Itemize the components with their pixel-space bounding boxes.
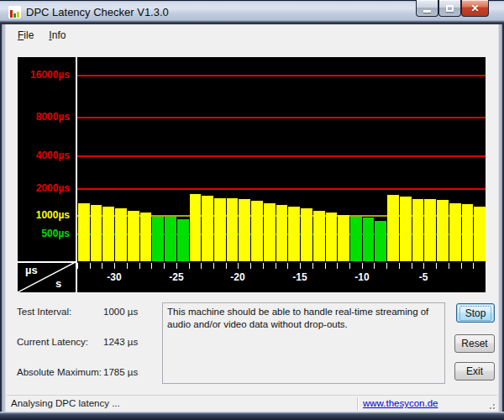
x-tick	[151, 263, 152, 269]
latency-bar	[227, 198, 238, 261]
latency-bar	[102, 207, 114, 261]
x-tick	[114, 263, 115, 269]
latency-bar	[202, 196, 213, 261]
latency-bar	[190, 194, 201, 261]
latency-bar	[313, 211, 325, 261]
window-border-left	[0, 24, 7, 412]
latency-bar	[363, 218, 374, 261]
x-tick	[90, 263, 91, 269]
latency-bar	[326, 213, 337, 261]
close-button[interactable]: ✕	[461, 0, 489, 17]
maximize-icon	[446, 5, 454, 12]
x-tick	[127, 263, 128, 269]
reset-button[interactable]: Reset	[454, 334, 495, 353]
close-icon: ✕	[470, 3, 479, 14]
latency-bar	[462, 204, 473, 261]
stop-button[interactable]: Stop	[456, 303, 495, 323]
menu-file[interactable]: File	[10, 27, 41, 44]
stat-value: 1243 µs	[103, 337, 138, 347]
x-axis-label: -5	[407, 271, 440, 283]
stat-label: Current Latency:	[17, 337, 103, 347]
y-axis-label: 16000µs	[18, 69, 70, 81]
latency-bar	[115, 208, 127, 261]
info-box: This machine should be able to handle re…	[162, 302, 445, 384]
x-tick	[473, 263, 474, 269]
x-tick	[423, 263, 424, 269]
client-area: File Info µs s 16000µs8000µs4000µs2000µs…	[7, 24, 497, 412]
x-tick	[337, 263, 338, 269]
x-tick	[201, 263, 202, 269]
status-text: Analysing DPC latency ...	[11, 398, 120, 408]
latency-bar	[449, 203, 461, 261]
x-tick	[213, 263, 214, 269]
x-tick	[461, 263, 462, 269]
x-tick	[176, 263, 177, 269]
y-axis-label: 500µs	[18, 228, 70, 239]
latency-bar	[276, 205, 287, 261]
latency-bar	[412, 199, 423, 261]
y-axis-unit-label: µs	[25, 264, 38, 276]
x-axis-label: -15	[283, 271, 317, 283]
gridline-16000us	[77, 75, 486, 76]
y-axis-label: 8000µs	[18, 111, 70, 123]
app-bar-chart-icon	[8, 6, 21, 18]
x-tick	[312, 263, 313, 269]
latency-bar	[165, 217, 176, 261]
x-tick	[386, 263, 387, 269]
x-tick	[276, 263, 276, 269]
latency-bar	[239, 199, 250, 261]
latency-chart: µs s 16000µs8000µs4000µs2000µs1000µs500µ…	[18, 57, 486, 292]
y-axis-label: 2000µs	[18, 182, 70, 194]
x-tick	[412, 263, 412, 269]
latency-bar	[338, 215, 349, 261]
window-border-right	[497, 24, 504, 412]
app-window: DPC Latency Checker V1.3.0 ✕ File Info µ…	[0, 0, 504, 420]
latency-bar	[288, 207, 300, 261]
x-tick	[399, 263, 400, 269]
gridline-8000us	[77, 117, 486, 118]
x-tick	[102, 263, 102, 269]
x-tick	[486, 263, 486, 269]
stat-value: 1000 µs	[103, 307, 138, 317]
y-axis-label: 4000µs	[18, 150, 70, 161]
maximize-button[interactable]	[438, 0, 461, 17]
statusbar: Analysing DPC latency ... www.thesycon.d…	[7, 395, 497, 412]
resize-grip-icon[interactable]	[486, 400, 495, 409]
y-axis-label: 1000µs	[18, 209, 70, 221]
menu-info[interactable]: Info	[41, 27, 73, 44]
exit-button[interactable]: Exit	[454, 362, 495, 381]
latency-bar	[78, 203, 90, 261]
x-axis-label: -25	[160, 271, 193, 283]
x-tick	[189, 263, 190, 269]
gridline-4000us	[77, 155, 486, 157]
latency-bar	[350, 217, 362, 261]
latency-bar	[128, 211, 139, 261]
latency-bar	[375, 221, 386, 261]
gridline-2000us	[77, 188, 486, 190]
window-border-bottom	[0, 412, 504, 420]
x-tick	[226, 263, 227, 269]
latency-bar	[301, 208, 312, 261]
x-tick	[374, 263, 375, 269]
latency-bar	[400, 197, 412, 261]
x-tick	[164, 263, 165, 269]
latency-bar	[474, 207, 486, 261]
x-axis-label: -20	[221, 271, 255, 283]
latency-bar	[264, 203, 276, 261]
latency-bar	[387, 195, 399, 261]
x-axis-label: -30	[97, 271, 131, 283]
latency-bar	[424, 199, 436, 261]
window-title: DPC Latency Checker V1.3.0	[26, 6, 169, 18]
statusbar-separator	[357, 397, 358, 411]
x-axis-unit-label: s	[55, 277, 61, 290]
titlebar[interactable]: DPC Latency Checker V1.3.0 ✕	[0, 0, 504, 24]
x-tick	[449, 263, 449, 269]
latency-bar	[214, 198, 226, 261]
x-axis-label: -10	[345, 271, 379, 283]
x-tick	[349, 263, 350, 269]
x-tick	[77, 263, 78, 269]
thesycon-link[interactable]: www.thesycon.de	[363, 398, 438, 408]
minimize-button[interactable]	[416, 0, 438, 17]
x-tick	[325, 263, 326, 269]
x-tick	[139, 263, 140, 269]
